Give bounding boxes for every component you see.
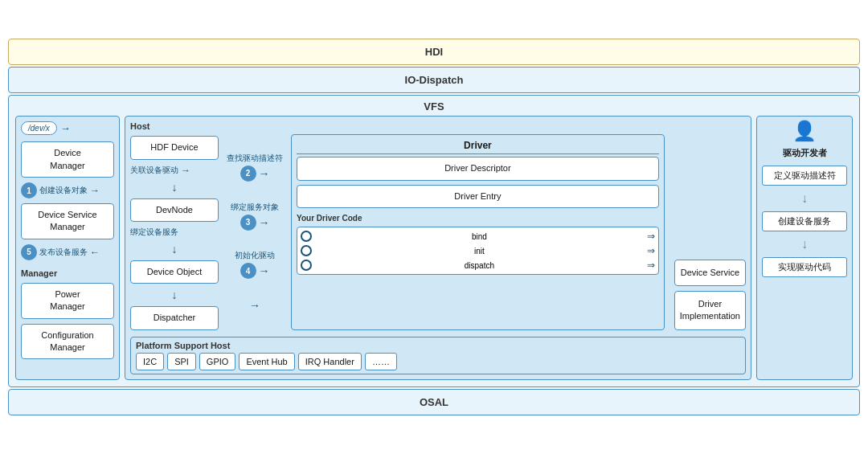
device-manager-box: Device Manager bbox=[21, 141, 114, 178]
step3-row: 3 → bbox=[240, 215, 270, 231]
bind-label: bind bbox=[315, 232, 644, 241]
driver-entry-box: Driver Entry bbox=[297, 185, 659, 208]
step3-circle: 3 bbox=[240, 215, 256, 231]
init-arrow: ⇒ bbox=[647, 245, 655, 256]
init-driver-label: 初始化驱动 bbox=[235, 250, 275, 261]
host-label: Host bbox=[130, 121, 746, 131]
dev-step1-box: 定义驱动描述符 bbox=[762, 166, 847, 186]
step2-group: 查找驱动描述符 2 → bbox=[227, 153, 283, 182]
platform-irq: IRQ Handler bbox=[298, 353, 362, 370]
init-connector bbox=[301, 245, 312, 256]
find-descriptor-label: 查找驱动描述符 bbox=[227, 153, 283, 164]
bind-arrow: ⇒ bbox=[647, 231, 655, 242]
osal-label: OSAL bbox=[12, 393, 856, 411]
bind-service-label: 绑定设备服务 bbox=[130, 227, 219, 238]
step4-arrow: → bbox=[259, 264, 270, 277]
devnode-box: DevNode bbox=[130, 198, 219, 222]
dispatch-row: → bbox=[249, 299, 260, 312]
impl-col: Device Service Driver Implementation bbox=[669, 134, 746, 330]
down-arrow3: ↓ bbox=[130, 288, 219, 301]
dev-step2-box: 创建设备服务 bbox=[762, 211, 847, 231]
hdf-device-box: HDF Device bbox=[130, 136, 219, 159]
io-dispatch-label: IO-Dispatch bbox=[12, 71, 856, 89]
platform-row: Platform Support Host I2C SPI GPIO Event… bbox=[130, 337, 746, 374]
bind-row: bind ⇒ bbox=[301, 231, 655, 242]
dispatch-row2: dispatch ⇒ bbox=[301, 260, 655, 271]
device-service-manager-box: Device Service Manager bbox=[21, 203, 114, 239]
step1-circle: 1 bbox=[21, 182, 37, 198]
osal-layer: OSAL bbox=[8, 389, 860, 415]
step1-label: 创建设备对象 bbox=[39, 185, 88, 196]
step2-arrow: → bbox=[259, 167, 270, 180]
vfs-label: VFS bbox=[15, 100, 853, 112]
step5-row: 5 发布设备服务 ← bbox=[21, 244, 114, 260]
step4-row: 4 → bbox=[240, 263, 270, 279]
device-service-box: Device Service bbox=[674, 260, 746, 286]
platform-i2c: I2C bbox=[136, 353, 164, 370]
step1-arrow: → bbox=[90, 185, 100, 196]
dispatch-label: dispatch bbox=[315, 261, 644, 270]
developer-title: 驱动开发者 bbox=[783, 147, 827, 159]
devx-arrow-icon: → bbox=[60, 122, 71, 134]
host-panel: Host HDF Device 关联设备驱动 → ↓ DevNode 绑定设备服… bbox=[125, 116, 751, 380]
vfs-layer: VFS /dev/x → Device Manager 1 创建设备对象 → bbox=[8, 95, 860, 387]
diagram-wrapper: HDI IO-Dispatch VFS /dev/x → Device Mana… bbox=[8, 39, 860, 415]
steps-col: 查找驱动描述符 2 → 绑定服务对象 3 bbox=[223, 134, 286, 330]
step1-row: 1 创建设备对象 → bbox=[21, 182, 114, 198]
init-row: init ⇒ bbox=[301, 245, 655, 256]
down-arrow2: ↓ bbox=[130, 243, 219, 256]
dev-arrow2: ↓ bbox=[801, 238, 808, 251]
init-label: init bbox=[315, 247, 644, 256]
bind-service-obj-label: 绑定服务对象 bbox=[231, 202, 279, 213]
step5-circle: 5 bbox=[21, 244, 37, 260]
host-main: HDF Device 关联设备驱动 → ↓ DevNode 绑定设备服务 ↓ D… bbox=[130, 134, 746, 330]
manager-panel: /dev/x → Device Manager 1 创建设备对象 → Devic… bbox=[15, 116, 120, 380]
manager-section-label: Manager bbox=[21, 268, 114, 278]
driver-panel-title: Driver bbox=[297, 140, 659, 154]
step5-arrow: ← bbox=[90, 247, 100, 258]
assoc-driver-label: 关联设备驱动 bbox=[130, 165, 178, 176]
devx-tag: /dev/x bbox=[21, 121, 57, 135]
developer-avatar: 👤 bbox=[792, 121, 817, 141]
io-dispatch-layer: IO-Dispatch bbox=[8, 67, 860, 93]
assoc-driver-row: 关联设备驱动 → bbox=[130, 165, 219, 176]
your-driver-code-box: bind ⇒ init ⇒ bbox=[297, 227, 659, 275]
power-manager-box: Power Manager bbox=[21, 283, 114, 319]
host-content: Host HDF Device 关联设备驱动 → ↓ DevNode 绑定设备服… bbox=[125, 116, 751, 380]
platform-label: Platform Support Host bbox=[136, 341, 740, 350]
bind-connector bbox=[301, 231, 312, 242]
down-arrow1: ↓ bbox=[130, 181, 219, 194]
dispatch-connector bbox=[301, 260, 312, 271]
step3-group: 绑定服务对象 3 → bbox=[231, 202, 279, 231]
hdi-layer: HDI bbox=[8, 39, 860, 65]
platform-eventhub: Event Hub bbox=[239, 353, 294, 370]
dispatch-arrow: → bbox=[249, 299, 260, 312]
driver-items: Driver Descriptor Driver Entry Your Driv… bbox=[297, 157, 659, 275]
platform-spi: SPI bbox=[167, 353, 196, 370]
configuration-manager-box: Configuration Manager bbox=[21, 324, 114, 360]
vfs-inner: /dev/x → Device Manager 1 创建设备对象 → Devic… bbox=[15, 116, 853, 380]
step3-arrow: → bbox=[259, 216, 270, 229]
step2-circle: 2 bbox=[240, 166, 256, 182]
driver-descriptor-box: Driver Descriptor bbox=[297, 157, 659, 180]
step4-group: 初始化驱动 4 → bbox=[235, 250, 275, 279]
step2-row: 2 → bbox=[240, 166, 270, 182]
dev-step3-box: 实现驱动代码 bbox=[762, 257, 847, 277]
dispatcher-box: Dispatcher bbox=[130, 306, 219, 329]
hdf-col: HDF Device 关联设备驱动 → ↓ DevNode 绑定设备服务 ↓ D… bbox=[130, 134, 219, 330]
device-object-box: Device Object bbox=[130, 260, 219, 284]
platform-gpio: GPIO bbox=[199, 353, 236, 370]
platform-etc: …… bbox=[365, 353, 397, 370]
dispatch-arrow2: ⇒ bbox=[647, 260, 655, 271]
your-driver-code-label: Your Driver Code bbox=[297, 214, 659, 223]
driver-inner-panel: Driver Driver Descriptor Driver Entry Yo… bbox=[291, 134, 665, 330]
platform-boxes: I2C SPI GPIO Event Hub IRQ Handler …… bbox=[136, 353, 740, 370]
assoc-arrow: → bbox=[181, 165, 190, 176]
developer-panel: 👤 驱动开发者 定义驱动描述符 ↓ 创建设备服务 ↓ 实现驱动代码 bbox=[756, 116, 853, 380]
dev-arrow1: ↓ bbox=[801, 192, 808, 205]
step5-label: 发布设备服务 bbox=[39, 247, 88, 258]
hdi-label: HDI bbox=[12, 43, 856, 61]
driver-impl-box: Driver Implementation bbox=[674, 291, 746, 330]
step4-circle: 4 bbox=[240, 263, 256, 279]
